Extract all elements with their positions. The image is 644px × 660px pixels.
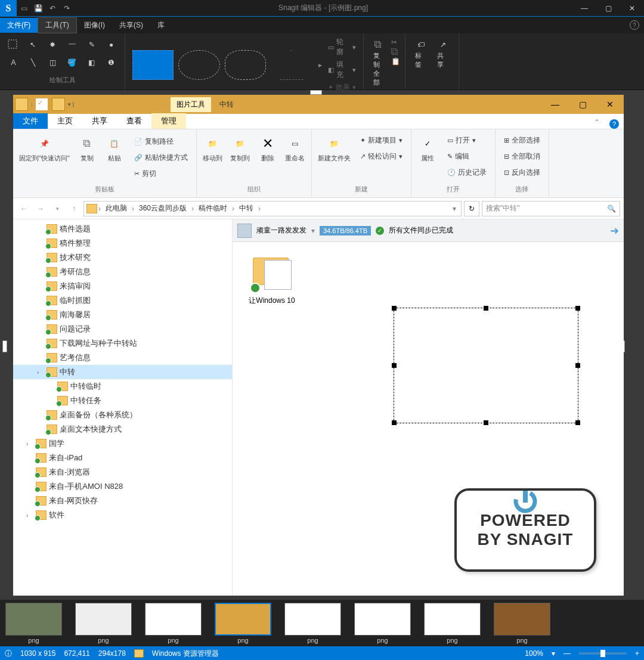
taskbar-folder-icon[interactable] (134, 649, 144, 658)
tool-fill-icon[interactable]: 🪣 (63, 54, 80, 72)
ribbon-new-folder[interactable]: 📁新建文件夹 (314, 132, 354, 184)
style-preview-3[interactable] (225, 50, 266, 80)
maximize-button[interactable]: ▢ (596, 0, 620, 17)
ribbon-delete[interactable]: ✕删除 (254, 132, 281, 184)
menu-library[interactable]: 库 (150, 18, 172, 33)
exp-maximize-button[interactable]: ▢ (569, 95, 596, 114)
crumb-0[interactable]: 此电脑 (102, 203, 131, 213)
tool-line-icon[interactable]: ╲ (24, 54, 42, 72)
nav-history-icon[interactable]: ▾ (50, 202, 64, 216)
folder-tree[interactable]: 稿件选题稿件整理技术研究考研信息来搞审阅临时抓图南海馨居问题记录下载网址与种子中… (13, 219, 233, 596)
tree-item[interactable]: 技术研究 (13, 250, 232, 265)
tool-stamp-icon[interactable]: ✸ (44, 36, 61, 54)
tree-item[interactable]: 稿件选题 (13, 222, 232, 236)
tree-item[interactable]: 来自-网页快存 (13, 494, 232, 508)
ribbon-tab-view[interactable]: 查看 (117, 113, 151, 129)
tool-highlight-icon[interactable]: ✎ (83, 36, 100, 54)
tree-item[interactable]: 中转临时 (13, 379, 232, 393)
thumbnail[interactable]: png (2, 603, 65, 644)
cut-icon[interactable]: ✂ (391, 38, 400, 47)
tree-item[interactable]: 桌面备份（各种系统） (13, 408, 232, 422)
ribbon-select-none[interactable]: ⊟ 全部取消 (501, 150, 543, 163)
ribbon-tab-home[interactable]: 主页 (48, 113, 82, 129)
help-icon[interactable]: ? (630, 20, 639, 30)
copy-all-button[interactable]: ⿻ 复制全部 (369, 38, 388, 89)
tree-item[interactable]: ›中转 (13, 365, 232, 379)
tree-item[interactable]: 来自-iPad (13, 451, 232, 465)
ribbon-copy-to[interactable]: 📁复制到 (227, 132, 254, 184)
canvas-area[interactable]: | ▾ | 图片工具 中转 — ▢ ✕ 文件 主页 共享 查看 管理 ⌃ ? (0, 90, 644, 600)
zoom-dropdown-icon[interactable]: ▾ (552, 649, 555, 658)
ribbon-pin[interactable]: 📌固定到"快速访问" (16, 132, 73, 184)
copy-icon2[interactable]: ⿻ (391, 48, 400, 56)
qat-new-icon[interactable]: ▭ (18, 3, 29, 14)
crumb-3[interactable]: 中转 (236, 203, 257, 213)
thumbnail[interactable]: png (142, 603, 205, 644)
style-preview-1[interactable] (132, 50, 174, 80)
tool-erase-icon[interactable]: ◧ (83, 54, 100, 72)
nav-fwd-icon[interactable]: → (33, 202, 48, 216)
crumb-1[interactable]: 360云盘同步版 (135, 203, 190, 213)
ribbon-select-all[interactable]: ⊞ 全部选择 (501, 134, 543, 147)
thumbnail-tray[interactable]: pngpngpngpngpngpngpngpng (0, 600, 644, 646)
tree-item[interactable]: ›国学 (13, 436, 232, 451)
thumbnail[interactable]: png (72, 603, 135, 644)
tool-pen-icon[interactable]: 〰 (63, 36, 80, 54)
thumbnail[interactable]: png (421, 603, 484, 644)
zoom-slider[interactable] (579, 652, 627, 655)
ribbon-copy-path[interactable]: 📄 复制路径 (132, 135, 190, 148)
file-list[interactable]: 让Windows 10 POWERED BY SNAGIT (233, 242, 624, 596)
image-tools-tab[interactable]: 图片工具 (171, 97, 211, 112)
ribbon-tab-share[interactable]: 共享 (82, 113, 117, 129)
tree-item[interactable]: 艺考信息 (13, 351, 232, 365)
nav-up-icon[interactable]: ↑ (67, 202, 81, 216)
ribbon-open[interactable]: ▭ 打开 ▾ (445, 134, 489, 147)
tree-item[interactable]: ›软件 (13, 508, 232, 522)
tree-item[interactable]: 来搞审阅 (13, 279, 232, 293)
ribbon-history[interactable]: 🕐 历史记录 (445, 166, 489, 179)
tag-button[interactable]: 🏷 标签 (410, 38, 432, 72)
share-button[interactable]: ↗ 共享 (432, 38, 454, 72)
ribbon-paste[interactable]: 📋粘贴 (101, 132, 128, 184)
style-preview-4[interactable] (271, 50, 312, 80)
tree-item[interactable]: 来自-手机AMOI N828 (13, 479, 232, 494)
refresh-icon[interactable]: ↻ (464, 201, 479, 216)
ribbon-tab-manage[interactable]: 管理 (151, 113, 186, 129)
menu-file[interactable]: 文件(F) (0, 18, 38, 33)
explorer-folder-icon[interactable] (15, 98, 28, 111)
selection-marquee[interactable] (394, 308, 578, 423)
close-button[interactable]: ✕ (620, 0, 644, 17)
tree-item[interactable]: 考研信息 (13, 265, 232, 279)
explorer-qat-icon[interactable] (35, 98, 48, 111)
exp-minimize-button[interactable]: — (541, 95, 569, 114)
nav-back-icon[interactable]: ← (17, 202, 31, 216)
style-fill[interactable]: ◧ 填充 ▾ (326, 58, 358, 81)
user-avatar-icon[interactable] (237, 224, 252, 238)
ribbon-easy-access[interactable]: ↗ 轻松访问 ▾ (358, 150, 405, 163)
canvas-handle-left[interactable] (2, 340, 7, 352)
crumb-2[interactable]: 稿件临时 (195, 203, 231, 213)
tool-text-icon[interactable]: A (5, 54, 22, 72)
ribbon-rename[interactable]: ▭重命名 (281, 132, 309, 184)
exp-close-button[interactable]: ✕ (596, 95, 624, 114)
thumbnail[interactable]: png (212, 603, 274, 644)
style-preview-2[interactable] (178, 50, 219, 80)
ribbon-cut[interactable]: ✂ 剪切 (132, 168, 190, 180)
explorer-qat-icon2[interactable] (52, 98, 65, 111)
ribbon-tab-file[interactable]: 文件 (13, 113, 48, 129)
minimize-button[interactable]: — (572, 0, 596, 17)
tree-item[interactable]: 下载网址与种子中转站 (13, 336, 232, 351)
ribbon-collapse-icon[interactable]: ⌃ (589, 116, 605, 129)
tree-item[interactable]: 中转任务 (13, 393, 232, 408)
canvas-handle-top[interactable] (310, 90, 322, 95)
ribbon-move-to[interactable]: 📁移动到 (199, 132, 227, 184)
sync-arrow-icon[interactable]: ➜ (610, 224, 619, 237)
tree-item[interactable]: 南海馨居 (13, 308, 232, 322)
tree-item[interactable]: 临时抓图 (13, 293, 232, 308)
tree-item[interactable]: 桌面文本快捷方式 (13, 422, 232, 436)
search-input[interactable]: 搜索"中转" 🔍 (482, 201, 620, 216)
tool-select-icon[interactable] (5, 36, 22, 54)
menu-image[interactable]: 图像(I) (77, 18, 112, 33)
info-icon[interactable]: ⓘ (5, 649, 12, 659)
qat-redo-icon[interactable]: ↷ (61, 3, 72, 14)
